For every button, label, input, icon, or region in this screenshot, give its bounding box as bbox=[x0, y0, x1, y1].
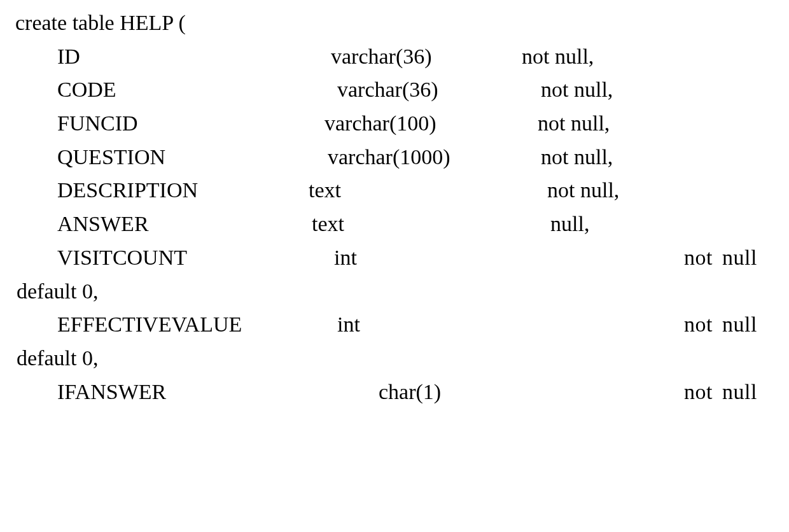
column-constraint: not null bbox=[541, 73, 613, 107]
column-def-row: ANSWER text null bbox=[13, 207, 776, 241]
create-table-text: create table HELP ( bbox=[15, 6, 186, 40]
column-name: ID bbox=[57, 40, 331, 74]
column-extra: default 0, bbox=[17, 342, 98, 375]
column-constraint: not null bbox=[522, 40, 594, 74]
column-def-row: IFANSWER char(1) not null bbox=[13, 375, 776, 409]
column-type: char(1) bbox=[379, 375, 684, 409]
column-constraint: not null bbox=[684, 375, 757, 409]
sql-ddl-block: create table HELP ( ID varchar(36) not n… bbox=[0, 0, 789, 415]
column-name: FUNCID bbox=[57, 107, 325, 141]
column-def-row: FUNCID varchar(100) not null bbox=[13, 107, 776, 141]
column-type: varchar(1000) bbox=[328, 141, 541, 174]
column-constraint: null bbox=[550, 207, 589, 241]
column-constraint: not null bbox=[541, 141, 613, 174]
column-def-row: VISITCOUNT int not null bbox=[13, 241, 776, 275]
column-name: ANSWER bbox=[57, 207, 312, 241]
column-constraint: not null bbox=[538, 107, 610, 141]
column-name: QUESTION bbox=[57, 141, 328, 174]
column-name: EFFECTIVEVALUE bbox=[57, 308, 337, 342]
column-name: IFANSWER bbox=[57, 375, 379, 409]
column-name: VISITCOUNT bbox=[57, 241, 334, 275]
column-constraint: not null bbox=[547, 174, 619, 207]
column-type: varchar(100) bbox=[325, 107, 538, 141]
column-extra: default 0, bbox=[17, 275, 98, 309]
column-type: varchar(36) bbox=[331, 40, 522, 74]
column-type: varchar(36) bbox=[337, 73, 541, 107]
column-constraint: not null bbox=[684, 308, 757, 342]
column-type: text bbox=[312, 207, 550, 241]
column-def-wrap: default 0, bbox=[13, 275, 776, 309]
column-type: text bbox=[309, 174, 547, 207]
column-def-row: DESCRIPTION text not null bbox=[13, 174, 776, 207]
column-constraint: not null bbox=[684, 241, 757, 275]
create-table-line: create table HELP ( bbox=[13, 6, 776, 40]
column-type: int bbox=[334, 241, 684, 275]
column-def-row: CODE varchar(36) not null bbox=[13, 73, 776, 107]
column-name: DESCRIPTION bbox=[57, 174, 309, 207]
column-def-row: QUESTION varchar(1000) not null bbox=[13, 141, 776, 174]
column-name: CODE bbox=[57, 73, 337, 107]
column-def-row: EFFECTIVEVALUE int not null bbox=[13, 308, 776, 342]
column-type: int bbox=[337, 308, 684, 342]
column-def-row: ID varchar(36) not null bbox=[13, 40, 776, 74]
column-def-wrap: default 0, bbox=[13, 342, 776, 375]
